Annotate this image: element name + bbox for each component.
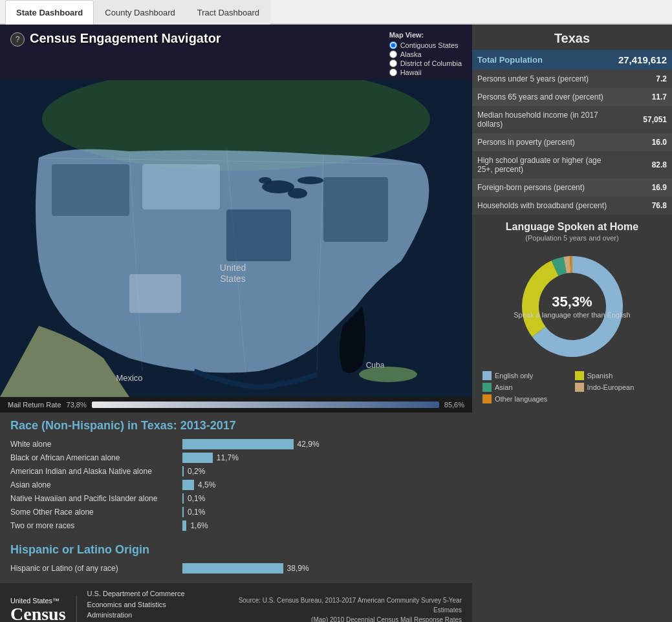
- svg-text:United: United: [220, 263, 246, 273]
- stat-value: 76.8: [616, 197, 672, 215]
- stat-label: High school graduate or higher (age 25+,…: [472, 151, 616, 178]
- language-title: Language Spoken at Home: [477, 221, 667, 233]
- svg-rect-6: [52, 164, 129, 216]
- race-value: 0,2%: [188, 467, 205, 476]
- stats-row: Households with broadband (percent) 76.8: [472, 197, 672, 215]
- tab-tract[interactable]: Tract Dashboard: [186, 0, 270, 25]
- race-label: Black or African American alone: [10, 453, 179, 462]
- race-bar: [182, 493, 184, 504]
- svg-rect-7: [226, 209, 291, 261]
- footer-dept: U.S. Department of Commerce Economics an…: [87, 588, 208, 622]
- race-row: Asian alone 4,5%: [10, 480, 462, 490]
- svg-rect-9: [142, 164, 220, 209]
- race-bar: [182, 439, 294, 449]
- race-value: 0,1%: [188, 508, 205, 517]
- census-logo-census: Census: [10, 605, 66, 622]
- race-bar-container: 0,2%: [182, 466, 462, 477]
- race-bar: [182, 480, 194, 490]
- svg-point-5: [259, 177, 272, 184]
- stats-table: Total Population 27,419,612 Persons unde…: [472, 50, 672, 215]
- race-bar-container: 0,1%: [182, 507, 462, 517]
- donut-desc: Speak a language other than English: [514, 310, 630, 319]
- race-row: Native Hawaiian and Pacific Islander alo…: [10, 493, 462, 504]
- tab-state[interactable]: State Dashboard: [5, 0, 94, 25]
- stat-label: Persons under 5 years (percent): [472, 70, 616, 88]
- stats-row: High school graduate or higher (age 25+,…: [472, 151, 672, 178]
- map-area[interactable]: United States Mexico Cuba: [0, 80, 472, 397]
- map-view-contiguous[interactable]: Contiguous States: [389, 41, 462, 49]
- svg-point-3: [288, 188, 307, 198]
- stat-value: 27,419,612: [616, 50, 672, 70]
- legend-item: Spanish: [575, 371, 662, 380]
- map-view-options: Map View: Contiguous States Alaska Distr…: [389, 31, 462, 76]
- race-bar-container: 11,7%: [182, 453, 462, 463]
- map-view-hawaii[interactable]: Hawaii: [389, 69, 462, 76]
- tabs-bar: State Dashboard County Dashboard Tract D…: [0, 0, 672, 25]
- race-bar-container: 4,5%: [182, 480, 462, 490]
- stat-value: 16.0: [616, 133, 672, 151]
- race-label: Some Other Race alone: [10, 508, 179, 517]
- race-row: White alone 42,9%: [10, 439, 462, 449]
- hispanic-title: Hispanic or Latino Origin: [10, 543, 462, 557]
- census-logo: United States™ Census Bureau: [10, 595, 66, 622]
- map-view-label: Map View:: [389, 31, 462, 39]
- legend-color: [575, 371, 584, 380]
- hispanic-bar-container: 38,9%: [182, 563, 462, 574]
- footer-divider: [76, 595, 77, 623]
- stats-row: Foreign-born persons (percent) 16.9: [472, 178, 672, 197]
- legend-color: [575, 383, 584, 392]
- race-row: American Indian and Alaska Native alone …: [10, 466, 462, 477]
- hispanic-value: 38,9%: [287, 564, 309, 573]
- svg-text:States: States: [220, 273, 246, 284]
- race-label: Two or more races: [10, 521, 179, 530]
- donut-percent: 35,3%: [514, 294, 630, 310]
- stats-row: Persons 65 years and over (percent) 11.7: [472, 88, 672, 106]
- state-name: Texas: [472, 25, 672, 50]
- map-view-alaska[interactable]: Alaska: [389, 50, 462, 58]
- race-row: Two or more races 1,6%: [10, 520, 462, 531]
- race-row: Black or African American alone 11,7%: [10, 453, 462, 463]
- legend-label: Indo-European: [587, 383, 634, 391]
- stats-row: Persons in poverty (percent) 16.0: [472, 133, 672, 151]
- language-section: Language Spoken at Home (Population 5 ye…: [472, 215, 672, 622]
- map-title-area: ? Census Engagement Navigator: [10, 31, 221, 47]
- stat-label: Foreign-born persons (percent): [472, 178, 616, 197]
- footer-source: Source: U.S. Census Bureau, 2013-2017 Am…: [218, 595, 462, 623]
- mail-return-low: 73,8%: [67, 401, 87, 409]
- svg-text:Mexico: Mexico: [116, 373, 142, 383]
- tab-county[interactable]: County Dashboard: [94, 0, 186, 25]
- race-bar-container: 0,1%: [182, 493, 462, 504]
- svg-point-4: [298, 177, 323, 184]
- stats-row: Median household income (in 2017 dollars…: [472, 106, 672, 133]
- help-button[interactable]: ?: [10, 32, 25, 47]
- stat-value: 82.8: [616, 151, 672, 178]
- legend-label: English only: [495, 372, 533, 380]
- map-svg: United States Mexico Cuba: [0, 80, 472, 397]
- stat-value: 57,051: [616, 106, 672, 133]
- race-label: American Indian and Alaska Native alone: [10, 467, 179, 476]
- stat-value: 11.7: [616, 88, 672, 106]
- svg-point-15: [359, 367, 417, 382]
- race-value: 42,9%: [298, 440, 320, 449]
- map-view-dc[interactable]: District of Columbia: [389, 59, 462, 67]
- race-bar: [182, 453, 213, 463]
- hispanic-label: Hispanic or Latino (of any race): [10, 564, 179, 573]
- race-bar: [182, 466, 184, 477]
- race-bar-container: 42,9%: [182, 439, 462, 449]
- race-bar: [182, 507, 184, 517]
- legend-item: Other languages: [482, 394, 570, 403]
- race-value: 11,7%: [217, 453, 239, 462]
- gradient-bar: [92, 402, 439, 408]
- stat-value: 16.9: [616, 178, 672, 197]
- race-bar: [182, 520, 186, 531]
- hispanic-rows: Hispanic or Latino (of any race) 38,9%: [10, 563, 462, 574]
- race-section: Race (Non-Hispanic) in Texas: 2013-2017 …: [0, 413, 472, 541]
- donut-container: 35,3% Speak a language other than Englis…: [477, 248, 667, 365]
- race-value: 1,6%: [190, 521, 208, 530]
- hispanic-section: Hispanic or Latino Origin Hispanic or La…: [0, 541, 472, 583]
- race-value: 0,1%: [188, 494, 205, 503]
- svg-rect-8: [323, 177, 388, 242]
- legend-item: Indo-European: [575, 383, 662, 392]
- legend-color: [482, 371, 492, 380]
- race-value: 4,5%: [198, 480, 215, 489]
